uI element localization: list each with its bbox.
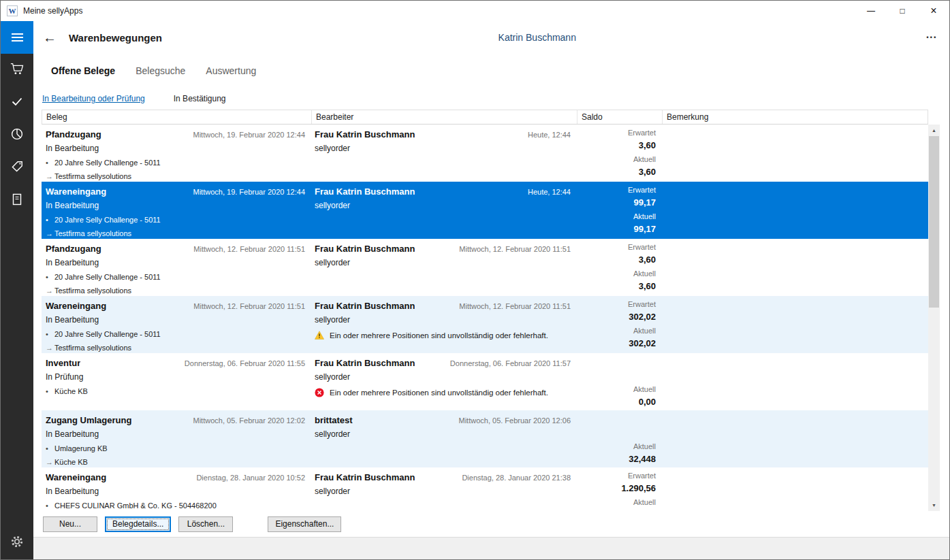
beleg-cell: WareneingangMittwoch, 19. Februar 2020 1… [42,182,311,239]
sidebar-item-settings[interactable] [1,527,33,559]
table-row[interactable]: WareneingangDienstag, 28. Januar 2020 10… [42,467,928,511]
row-line: InventurDonnerstag, 06. Februar 2020 11:… [46,357,305,370]
filter-in-bearbeitung-oder-pruefung[interactable]: In Bearbeitung oder Prüfung [42,94,145,103]
row-message: Ein oder mehrere Positionen sind unvolls… [315,331,571,340]
bemerkung-cell [661,182,928,239]
doc-status: In Bearbeitung [46,484,305,498]
bearbeiter-name: Frau Katrin Buschmann [315,301,415,311]
tab-offene-belege[interactable]: Offene Belege [51,65,115,76]
table-row[interactable]: PfandzugangMittwoch, 12. Februar 2020 11… [42,239,928,296]
checkmark-icon [10,95,24,111]
row-message-text: Ein oder mehrere Positionen sind unvolls… [330,389,548,397]
table-row[interactable]: InventurDonnerstag, 06. Februar 2020 11:… [42,353,928,410]
saldo-cell: Erwartet1.290,56Aktuell [576,467,661,511]
bemerkung-cell [661,467,928,511]
warning-icon [315,331,324,340]
saldo-cell: Aktuell32,448 [576,410,661,467]
bearbeiter-name: Frau Katrin Buschmann [315,244,415,254]
action-button-bar: Neu... Belegdetails... Löschen... Eigens… [33,511,949,537]
app-icon-letter: W [9,7,16,15]
row-line: Frau Katrin BuschmannHeute, 12:44 [315,128,571,142]
saldo-label: Aktuell [580,440,656,453]
saldo-cell: Erwartet302,02Aktuell302,02 [576,296,661,353]
footer-strip [33,537,949,559]
arrow-icon: → [46,344,54,352]
bearbeiter-name: Frau Katrin Buschmann [315,358,415,368]
bearbeiter-date: Donnerstag, 06. Februar 2020 11:57 [450,359,571,367]
more-options-button[interactable]: ... [926,33,937,42]
back-button[interactable]: ← [43,31,57,44]
bearbeiter-cell: Frau Katrin BuschmannMittwoch, 12. Febru… [311,296,576,353]
row-line: Zugang UmlagerungMittwoch, 05. Februar 2… [46,414,305,427]
scroll-up-arrow[interactable]: ▲ [928,125,940,136]
doc-type: Wareneingang [46,186,106,197]
row-line: PfandzugangMittwoch, 19. Februar 2020 12… [46,128,305,142]
content: ← Warenbewegungen Katrin Buschmann ... O… [33,21,949,559]
bearbeiter-cell: Frau Katrin BuschmannDienstag, 28. Janua… [311,467,576,511]
column-header-saldo[interactable]: Saldo [577,110,662,124]
row-line: Frau Katrin BuschmannMittwoch, 12. Febru… [315,299,571,313]
doc-status: In Bearbeitung [46,427,305,441]
saldo-label: Aktuell [580,267,656,280]
saldo-cell: Erwartet3,60Aktuell3,60 [576,239,661,296]
doc-status: In Bearbeitung [46,142,305,155]
filter-in-bestaetigung[interactable]: In Bestätigung [174,94,226,103]
sidebar-item-price-tag[interactable] [1,152,33,184]
beleg-cell: WareneingangMittwoch, 12. Februar 2020 1… [42,296,311,353]
bearbeiter-cell: Frau Katrin BuschmannHeute, 12:44sellyor… [311,182,576,239]
saldo-value: 32,448 [580,453,656,467]
saldo-label: Erwartet [580,127,656,139]
hamburger-menu-button[interactable] [1,21,33,54]
column-header-bearbeiter[interactable]: Bearbeiter [311,110,577,124]
table-row[interactable]: WareneingangMittwoch, 19. Februar 2020 1… [42,182,928,239]
documents-table: Beleg Bearbeiter Saldo Bemerkung Pfandzu… [42,110,940,511]
tab-auswertung[interactable]: Auswertung [206,65,256,76]
beleg-cell: PfandzugangMittwoch, 19. Februar 2020 12… [42,125,311,182]
sidebar [1,21,33,559]
scrollbar-thumb[interactable] [929,136,939,308]
saldo-cell: Erwartet3,60Aktuell3,60 [576,125,661,182]
doc-type: Wareneingang [46,301,106,311]
table-row[interactable]: WareneingangMittwoch, 12. Februar 2020 1… [42,296,928,353]
column-header-bemerkung[interactable]: Bemerkung [662,110,928,124]
bearbeiter-app: sellyorder [315,142,571,155]
doc-item-text: Küche KB [54,458,88,466]
bullet-icon: • [46,330,54,338]
hamburger-icon [12,31,23,44]
neu-button[interactable]: Neu... [43,516,97,532]
table-row[interactable]: PfandzugangMittwoch, 19. Februar 2020 12… [42,125,928,182]
doc-date: Mittwoch, 05. Februar 2020 12:02 [193,416,305,425]
minimize-button[interactable]: — [855,1,887,21]
sidebar-item-statistics[interactable] [1,119,33,152]
belegdetails-button[interactable]: Belegdetails... [105,516,171,532]
sidebar-item-approvals[interactable] [1,86,33,119]
column-header-beleg[interactable]: Beleg [42,110,311,124]
table-row[interactable]: Zugang UmlagerungMittwoch, 05. Februar 2… [42,410,928,467]
doc-status: In Bearbeitung [46,199,305,212]
sidebar-item-cart[interactable] [1,54,33,86]
beleg-cell: WareneingangDienstag, 28. Januar 2020 10… [42,467,311,511]
doc-item-text: Testfirma sellysolutions [54,229,131,237]
bearbeiter-name: Frau Katrin Buschmann [315,129,415,139]
error-icon [315,388,324,397]
vertical-scrollbar[interactable]: ▲ ▼ [928,125,940,511]
scroll-down-arrow[interactable]: ▼ [928,499,940,511]
arrow-icon: → [46,458,54,466]
beleg-cell: Zugang UmlagerungMittwoch, 05. Februar 2… [42,410,311,467]
maximize-button[interactable]: □ [887,1,918,21]
page-title: Warenbewegungen [69,32,162,44]
eigenschaften-button[interactable]: Eigenschaften... [268,516,341,532]
bullet-icon: • [46,273,54,281]
close-button[interactable]: × [918,1,949,21]
bearbeiter-app: sellyorder [315,313,571,327]
bearbeiter-date: Heute, 12:44 [528,188,571,196]
tab-belegsuche[interactable]: Belegsuche [136,65,185,76]
bearbeiter-cell: Frau Katrin BuschmannMittwoch, 12. Febru… [311,239,576,296]
table-body: PfandzugangMittwoch, 19. Februar 2020 12… [42,125,928,511]
loeschen-button[interactable]: Löschen... [178,516,233,532]
bearbeiter-app: sellyorder [315,256,571,269]
row-line: PfandzugangMittwoch, 12. Februar 2020 11… [46,242,305,256]
saldo-label: Erwartet [580,184,656,197]
bemerkung-cell [661,239,928,296]
sidebar-item-journal[interactable] [1,184,33,217]
